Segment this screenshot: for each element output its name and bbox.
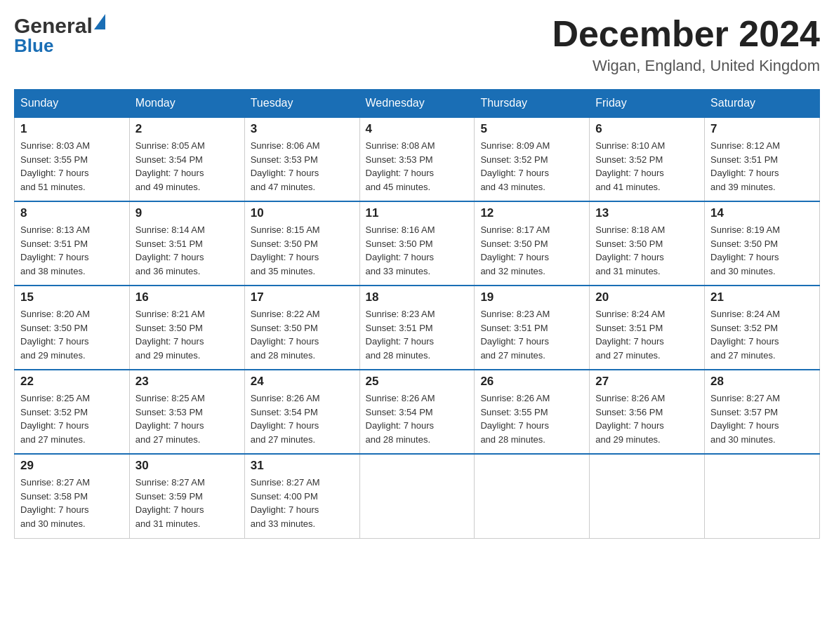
day-number: 26 bbox=[480, 375, 583, 389]
calendar-day-cell: 31Sunrise: 8:27 AMSunset: 4:00 PMDayligh… bbox=[244, 454, 359, 538]
logo: General Blue bbox=[14, 14, 105, 57]
day-number: 15 bbox=[20, 290, 124, 304]
day-info: Sunrise: 8:22 AMSunset: 3:50 PMDaylight:… bbox=[251, 307, 354, 362]
day-number: 25 bbox=[366, 375, 469, 389]
logo-triangle-icon bbox=[94, 14, 105, 29]
day-info: Sunrise: 8:24 AMSunset: 3:51 PMDaylight:… bbox=[595, 307, 699, 362]
day-info: Sunrise: 8:27 AMSunset: 4:00 PMDaylight:… bbox=[251, 476, 354, 530]
day-info: Sunrise: 8:12 AMSunset: 3:51 PMDaylight:… bbox=[710, 139, 814, 194]
day-info: Sunrise: 8:24 AMSunset: 3:52 PMDaylight:… bbox=[710, 307, 814, 362]
day-number: 5 bbox=[480, 122, 583, 136]
day-info: Sunrise: 8:14 AMSunset: 3:51 PMDaylight:… bbox=[135, 223, 239, 278]
calendar-day-cell: 4Sunrise: 8:08 AMSunset: 3:53 PMDaylight… bbox=[359, 117, 475, 201]
calendar-day-cell: 18Sunrise: 8:23 AMSunset: 3:51 PMDayligh… bbox=[359, 286, 475, 370]
calendar-day-cell: 6Sunrise: 8:10 AMSunset: 3:52 PMDaylight… bbox=[590, 117, 705, 201]
day-number: 14 bbox=[710, 206, 814, 220]
day-info: Sunrise: 8:23 AMSunset: 3:51 PMDaylight:… bbox=[480, 307, 583, 362]
column-header-saturday: Saturday bbox=[705, 90, 820, 118]
day-info: Sunrise: 8:26 AMSunset: 3:56 PMDaylight:… bbox=[595, 391, 699, 446]
calendar-day-cell: 28Sunrise: 8:27 AMSunset: 3:57 PMDayligh… bbox=[705, 370, 820, 454]
calendar-day-cell: 20Sunrise: 8:24 AMSunset: 3:51 PMDayligh… bbox=[590, 286, 705, 370]
day-info: Sunrise: 8:05 AMSunset: 3:54 PMDaylight:… bbox=[135, 139, 239, 194]
day-number: 17 bbox=[251, 290, 354, 304]
calendar-week-row: 1Sunrise: 8:03 AMSunset: 3:55 PMDaylight… bbox=[15, 117, 820, 201]
day-info: Sunrise: 8:17 AMSunset: 3:50 PMDaylight:… bbox=[480, 223, 583, 278]
day-number: 31 bbox=[251, 459, 354, 473]
calendar-day-cell bbox=[359, 454, 475, 538]
day-info: Sunrise: 8:03 AMSunset: 3:55 PMDaylight:… bbox=[20, 139, 124, 194]
location-subtitle: Wigan, England, United Kingdom bbox=[552, 57, 820, 75]
calendar-day-cell: 8Sunrise: 8:13 AMSunset: 3:51 PMDaylight… bbox=[15, 201, 130, 286]
calendar-day-cell: 19Sunrise: 8:23 AMSunset: 3:51 PMDayligh… bbox=[475, 286, 590, 370]
calendar-body: 1Sunrise: 8:03 AMSunset: 3:55 PMDaylight… bbox=[15, 117, 820, 538]
column-header-sunday: Sunday bbox=[15, 90, 130, 118]
day-info: Sunrise: 8:18 AMSunset: 3:50 PMDaylight:… bbox=[595, 223, 699, 278]
day-number: 12 bbox=[480, 206, 583, 220]
day-number: 28 bbox=[710, 375, 814, 389]
calendar-week-row: 22Sunrise: 8:25 AMSunset: 3:52 PMDayligh… bbox=[15, 370, 820, 454]
calendar-day-cell: 7Sunrise: 8:12 AMSunset: 3:51 PMDaylight… bbox=[705, 117, 820, 201]
day-number: 7 bbox=[710, 122, 814, 136]
calendar-week-row: 29Sunrise: 8:27 AMSunset: 3:58 PMDayligh… bbox=[15, 454, 820, 538]
day-number: 30 bbox=[135, 459, 239, 473]
calendar-header-row: SundayMondayTuesdayWednesdayThursdayFrid… bbox=[15, 90, 820, 118]
day-info: Sunrise: 8:08 AMSunset: 3:53 PMDaylight:… bbox=[366, 139, 469, 194]
calendar-day-cell: 21Sunrise: 8:24 AMSunset: 3:52 PMDayligh… bbox=[705, 286, 820, 370]
column-header-wednesday: Wednesday bbox=[359, 90, 475, 118]
calendar-day-cell: 5Sunrise: 8:09 AMSunset: 3:52 PMDaylight… bbox=[475, 117, 590, 201]
day-number: 8 bbox=[20, 206, 124, 220]
logo-general: General bbox=[14, 14, 93, 38]
page-header: General Blue December 2024 Wigan, Englan… bbox=[14, 14, 820, 75]
calendar-week-row: 15Sunrise: 8:20 AMSunset: 3:50 PMDayligh… bbox=[15, 286, 820, 370]
calendar-day-cell: 29Sunrise: 8:27 AMSunset: 3:58 PMDayligh… bbox=[15, 454, 130, 538]
day-number: 24 bbox=[251, 375, 354, 389]
logo-blue: Blue bbox=[14, 35, 53, 57]
calendar-day-cell: 25Sunrise: 8:26 AMSunset: 3:54 PMDayligh… bbox=[359, 370, 475, 454]
calendar-day-cell: 23Sunrise: 8:25 AMSunset: 3:53 PMDayligh… bbox=[129, 370, 244, 454]
calendar-day-cell: 27Sunrise: 8:26 AMSunset: 3:56 PMDayligh… bbox=[590, 370, 705, 454]
calendar-day-cell: 2Sunrise: 8:05 AMSunset: 3:54 PMDaylight… bbox=[129, 117, 244, 201]
day-number: 18 bbox=[366, 290, 469, 304]
month-year-title: December 2024 bbox=[552, 14, 820, 54]
day-number: 9 bbox=[135, 206, 239, 220]
column-header-friday: Friday bbox=[590, 90, 705, 118]
day-info: Sunrise: 8:21 AMSunset: 3:50 PMDaylight:… bbox=[135, 307, 239, 362]
calendar-day-cell bbox=[590, 454, 705, 538]
calendar-day-cell: 3Sunrise: 8:06 AMSunset: 3:53 PMDaylight… bbox=[244, 117, 359, 201]
calendar-day-cell: 1Sunrise: 8:03 AMSunset: 3:55 PMDaylight… bbox=[15, 117, 130, 201]
day-info: Sunrise: 8:25 AMSunset: 3:53 PMDaylight:… bbox=[135, 391, 239, 446]
calendar-day-cell: 15Sunrise: 8:20 AMSunset: 3:50 PMDayligh… bbox=[15, 286, 130, 370]
day-number: 16 bbox=[135, 290, 239, 304]
day-info: Sunrise: 8:10 AMSunset: 3:52 PMDaylight:… bbox=[595, 139, 699, 194]
day-info: Sunrise: 8:27 AMSunset: 3:58 PMDaylight:… bbox=[20, 476, 124, 530]
day-info: Sunrise: 8:20 AMSunset: 3:50 PMDaylight:… bbox=[20, 307, 124, 362]
calendar-day-cell: 12Sunrise: 8:17 AMSunset: 3:50 PMDayligh… bbox=[475, 201, 590, 286]
day-info: Sunrise: 8:27 AMSunset: 3:59 PMDaylight:… bbox=[135, 476, 239, 530]
day-info: Sunrise: 8:09 AMSunset: 3:52 PMDaylight:… bbox=[480, 139, 583, 194]
calendar-week-row: 8Sunrise: 8:13 AMSunset: 3:51 PMDaylight… bbox=[15, 201, 820, 286]
day-number: 3 bbox=[251, 122, 354, 136]
calendar-day-cell: 14Sunrise: 8:19 AMSunset: 3:50 PMDayligh… bbox=[705, 201, 820, 286]
calendar-day-cell: 26Sunrise: 8:26 AMSunset: 3:55 PMDayligh… bbox=[475, 370, 590, 454]
day-number: 11 bbox=[366, 206, 469, 220]
day-number: 29 bbox=[20, 459, 124, 473]
day-info: Sunrise: 8:27 AMSunset: 3:57 PMDaylight:… bbox=[710, 391, 814, 446]
calendar-day-cell: 9Sunrise: 8:14 AMSunset: 3:51 PMDaylight… bbox=[129, 201, 244, 286]
day-number: 1 bbox=[20, 122, 124, 136]
day-number: 27 bbox=[595, 375, 699, 389]
calendar-day-cell: 22Sunrise: 8:25 AMSunset: 3:52 PMDayligh… bbox=[15, 370, 130, 454]
day-number: 6 bbox=[595, 122, 699, 136]
day-number: 21 bbox=[710, 290, 814, 304]
column-header-tuesday: Tuesday bbox=[244, 90, 359, 118]
day-info: Sunrise: 8:23 AMSunset: 3:51 PMDaylight:… bbox=[366, 307, 469, 362]
day-number: 19 bbox=[480, 290, 583, 304]
day-info: Sunrise: 8:15 AMSunset: 3:50 PMDaylight:… bbox=[251, 223, 354, 278]
day-info: Sunrise: 8:13 AMSunset: 3:51 PMDaylight:… bbox=[20, 223, 124, 278]
day-info: Sunrise: 8:16 AMSunset: 3:50 PMDaylight:… bbox=[366, 223, 469, 278]
calendar-day-cell: 16Sunrise: 8:21 AMSunset: 3:50 PMDayligh… bbox=[129, 286, 244, 370]
column-header-thursday: Thursday bbox=[475, 90, 590, 118]
column-header-monday: Monday bbox=[129, 90, 244, 118]
calendar-table: SundayMondayTuesdayWednesdayThursdayFrid… bbox=[14, 89, 820, 539]
calendar-day-cell: 13Sunrise: 8:18 AMSunset: 3:50 PMDayligh… bbox=[590, 201, 705, 286]
calendar-day-cell bbox=[705, 454, 820, 538]
